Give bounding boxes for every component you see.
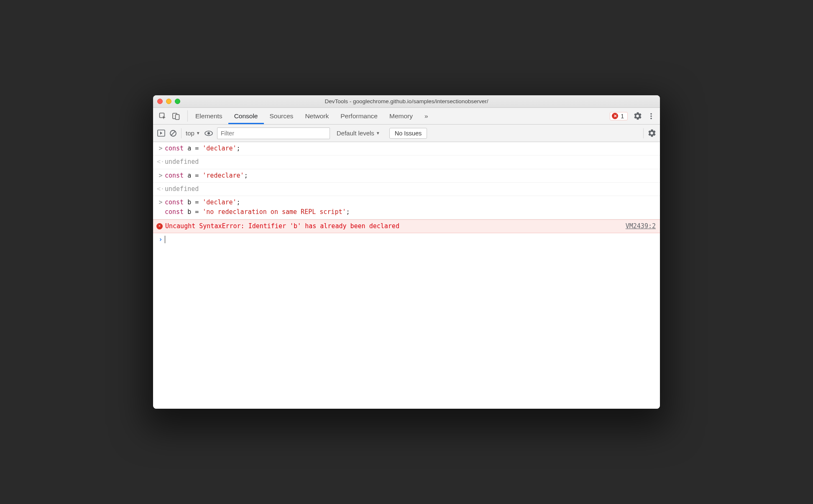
svg-point-5 bbox=[650, 117, 652, 119]
tab-sources[interactable]: Sources bbox=[264, 108, 299, 124]
console-settings-icon[interactable] bbox=[648, 129, 656, 137]
error-icon bbox=[612, 113, 618, 119]
svg-point-10 bbox=[207, 132, 210, 135]
console-input: >const a = 'declare'; bbox=[153, 142, 660, 155]
svg-point-4 bbox=[650, 115, 652, 117]
chevron-down-icon: ▼ bbox=[196, 131, 200, 135]
console-error: Uncaught SyntaxError: Identifier 'b' has… bbox=[153, 219, 660, 233]
sidebar-toggle-icon[interactable] bbox=[157, 130, 165, 137]
levels-label: Default levels bbox=[337, 130, 374, 137]
live-expression-icon[interactable] bbox=[205, 130, 213, 136]
toggle-device-icon[interactable] bbox=[172, 112, 180, 120]
console-input: >const b = 'declare'; const b = 'no rede… bbox=[153, 196, 660, 219]
main-tabbar: Elements Console Sources Network Perform… bbox=[153, 108, 660, 125]
tab-more[interactable]: » bbox=[419, 108, 434, 124]
error-count: 1 bbox=[621, 113, 624, 120]
filter-input[interactable] bbox=[217, 127, 330, 139]
tab-performance[interactable]: Performance bbox=[335, 108, 383, 124]
chevron-down-icon: ▼ bbox=[376, 131, 380, 135]
settings-icon[interactable] bbox=[634, 112, 642, 120]
tab-network[interactable]: Network bbox=[299, 108, 335, 124]
window-title: DevTools - googlechrome.github.io/sample… bbox=[153, 98, 660, 104]
context-label: top bbox=[186, 130, 194, 137]
clear-console-icon[interactable] bbox=[169, 130, 177, 137]
panel-tabs: Elements Console Sources Network Perform… bbox=[189, 108, 434, 124]
tab-elements[interactable]: Elements bbox=[189, 108, 228, 124]
error-icon bbox=[156, 223, 163, 229]
console-return: <·undefined bbox=[153, 183, 660, 196]
devtools-window: DevTools - googlechrome.github.io/sample… bbox=[153, 95, 660, 409]
error-message: Uncaught SyntaxError: Identifier 'b' has… bbox=[163, 221, 626, 231]
console-output[interactable]: >const a = 'declare';<·undefined>const a… bbox=[153, 142, 660, 409]
console-return: <·undefined bbox=[153, 155, 660, 169]
svg-line-8 bbox=[171, 131, 175, 135]
tab-console[interactable]: Console bbox=[228, 108, 264, 124]
console-input: >const a = 'redeclare'; bbox=[153, 169, 660, 183]
svg-rect-2 bbox=[176, 115, 179, 120]
traffic-lights bbox=[157, 99, 180, 104]
error-count-badge[interactable]: 1 bbox=[610, 112, 628, 120]
log-levels-selector[interactable]: Default levels ▼ bbox=[337, 130, 380, 137]
error-source-link[interactable]: VM2439:2 bbox=[626, 221, 656, 231]
inspect-element-icon[interactable] bbox=[159, 112, 166, 120]
issues-button[interactable]: No Issues bbox=[389, 128, 427, 139]
console-prompt[interactable]: › bbox=[153, 233, 660, 246]
context-selector[interactable]: top ▼ bbox=[186, 130, 200, 137]
tab-memory[interactable]: Memory bbox=[383, 108, 419, 124]
maximize-window-button[interactable] bbox=[175, 99, 180, 104]
close-window-button[interactable] bbox=[157, 99, 163, 104]
titlebar: DevTools - googlechrome.github.io/sample… bbox=[153, 95, 660, 108]
kebab-menu-icon[interactable] bbox=[647, 112, 655, 120]
minimize-window-button[interactable] bbox=[166, 99, 171, 104]
console-toolbar: top ▼ Default levels ▼ No Issues bbox=[153, 125, 660, 142]
svg-point-3 bbox=[650, 113, 652, 115]
